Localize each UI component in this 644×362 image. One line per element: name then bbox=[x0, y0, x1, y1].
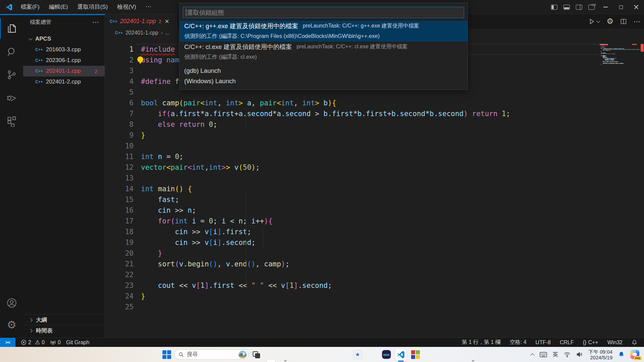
toggle-secondary-sidebar-icon[interactable] bbox=[573, 0, 585, 14]
indentation[interactable]: 空格: 4 bbox=[510, 339, 527, 346]
restore-button[interactable] bbox=[613, 0, 629, 14]
quickpick-item-1[interactable]: C/C++: cl.exe 建置及偵錯使用中的檔案preLaunchTask: … bbox=[180, 42, 467, 62]
source-control-icon[interactable] bbox=[0, 64, 23, 85]
explorer-icon[interactable] bbox=[0, 18, 23, 39]
code-line-25[interactable]: 25 bbox=[105, 302, 595, 312]
split-editor-icon[interactable] bbox=[620, 18, 627, 25]
search-icon[interactable] bbox=[0, 42, 23, 62]
line-number: 2 bbox=[105, 55, 134, 65]
notification-bell-icon[interactable] bbox=[618, 351, 625, 358]
nox-app-icon[interactable]: nox bbox=[382, 350, 391, 359]
ime-language-indicator[interactable]: 英 bbox=[553, 351, 558, 358]
minimap-line bbox=[612, 48, 613, 49]
menu-bar: 檔案(F)編輯(E)選取項目(S)檢視(V)⋯ bbox=[17, 2, 155, 12]
code-line-16[interactable]: 16 cin >> n; bbox=[105, 205, 595, 216]
file-item-202401-2.cpp[interactable]: C++202401-2.cpp bbox=[23, 76, 105, 87]
menu-item-1[interactable]: 編輯(E) bbox=[46, 2, 71, 12]
run-button[interactable] bbox=[588, 18, 600, 25]
code-line-20[interactable]: 20 } bbox=[105, 248, 595, 259]
code-line-24[interactable]: 24} bbox=[105, 291, 595, 302]
outline-section[interactable]: 大綱 bbox=[23, 314, 105, 325]
settings-gear-icon[interactable]: ⚙ bbox=[0, 314, 23, 335]
build-target[interactable]: Win32 bbox=[607, 340, 623, 346]
line-number: 25 bbox=[105, 302, 134, 312]
ports-status[interactable]: 0 bbox=[50, 340, 61, 346]
quickpick-item-3[interactable]: (Windows) Launch bbox=[180, 76, 467, 86]
minimize-button[interactable] bbox=[598, 0, 613, 14]
extensions-icon[interactable] bbox=[0, 111, 23, 132]
close-button[interactable] bbox=[629, 0, 644, 14]
line-number: 7 bbox=[105, 108, 134, 119]
lightbulb-icon[interactable] bbox=[137, 56, 143, 62]
wifi-icon[interactable] bbox=[564, 352, 571, 357]
more-actions-icon[interactable]: ⋯ bbox=[634, 17, 641, 25]
code-line-6[interactable]: 6bool camp(pair<int, int> a, pair<int, i… bbox=[105, 98, 595, 108]
code-line-23[interactable]: 23 cout << v[1].first << " " << v[1].sec… bbox=[105, 280, 595, 291]
minimap-line bbox=[605, 50, 608, 51]
vscode-taskbar-icon[interactable] bbox=[395, 348, 407, 361]
code-line-19[interactable]: 19 cin >> v[i].second; bbox=[105, 237, 595, 248]
code-line-12[interactable]: 12vector<pair<int,int>> v(50); bbox=[105, 162, 595, 173]
menu-item-4[interactable]: ⋯ bbox=[142, 2, 155, 12]
task-view-button[interactable] bbox=[252, 350, 261, 359]
cursor-position[interactable]: 第 1 行，第 1 欄 bbox=[462, 339, 501, 346]
code-line-13[interactable]: 13 bbox=[105, 173, 595, 184]
volume-icon[interactable] bbox=[576, 352, 583, 357]
problems-status[interactable]: 2 ⚠ 0 bbox=[21, 339, 45, 346]
file-item-201603-3.cpp[interactable]: C++201603-3.cpp bbox=[23, 44, 105, 55]
quickpick-item-0[interactable]: C/C++: g++.exe 建置及偵錯使用中的檔案preLaunchTask:… bbox=[180, 21, 467, 42]
git-graph-status[interactable]: Git Graph bbox=[66, 340, 89, 346]
clock[interactable]: 下午 09:04 2024/5/19 bbox=[588, 349, 612, 360]
menu-item-0[interactable]: 檔案(F) bbox=[17, 2, 43, 12]
minimap[interactable] bbox=[600, 44, 640, 74]
folder-apcs[interactable]: APCS bbox=[23, 34, 105, 44]
line-number: 15 bbox=[105, 194, 134, 205]
encoding[interactable]: UTF-8 bbox=[536, 340, 551, 346]
customize-layout-icon[interactable] bbox=[585, 0, 598, 14]
code-line-7[interactable]: 7 if(a.first*a.first+a.second*a.second >… bbox=[105, 108, 595, 119]
breadcrumb-symbol[interactable]: ... bbox=[165, 30, 170, 36]
toggle-panel-icon[interactable] bbox=[560, 0, 573, 14]
sidebar-more-actions[interactable]: ⋯ bbox=[92, 18, 99, 26]
code-line-9[interactable]: 9} bbox=[105, 130, 595, 141]
menu-item-3[interactable]: 檢視(V) bbox=[114, 2, 140, 12]
taskbar-search[interactable]: 搜尋 bbox=[174, 349, 249, 360]
code-line-21[interactable]: 21 sort(v.begin(), v.end(), camp); bbox=[105, 259, 595, 269]
ime-keyboard-icon[interactable] bbox=[540, 352, 547, 357]
photos-app-icon[interactable] bbox=[266, 359, 276, 362]
run-settings-gear-icon[interactable]: ⚙ bbox=[606, 17, 613, 26]
file-item-202401-1.cpp[interactable]: C++202401-1.cpp2 bbox=[23, 66, 105, 76]
minimap-line bbox=[605, 53, 606, 53]
code-line-17[interactable]: 17 for(int i = 0; i < n; i++){ bbox=[105, 216, 595, 226]
code-line-18[interactable]: 18 cin >> v[i].first; bbox=[105, 226, 595, 237]
remote-indicator[interactable]: >< bbox=[0, 338, 15, 347]
file-item-202306-1.cpp[interactable]: C++202306-1.cpp bbox=[23, 55, 105, 66]
start-button[interactable] bbox=[162, 350, 171, 359]
code-line-10[interactable]: 10 bbox=[105, 141, 595, 151]
eol-sequence[interactable]: CRLF bbox=[560, 340, 574, 346]
code-line-11[interactable]: 11int n = 0; bbox=[105, 151, 595, 162]
toggle-sidebar-icon[interactable] bbox=[548, 0, 560, 14]
menu-item-2[interactable]: 選取項目(S) bbox=[74, 2, 111, 12]
quickpick-item-2[interactable]: (gdb) Launch bbox=[180, 65, 467, 76]
tab-202401-1[interactable]: C++ 202401-1.cpp 2 × bbox=[105, 14, 177, 29]
code-line-15[interactable]: 15 fast; bbox=[105, 194, 595, 205]
minimap-line bbox=[603, 48, 605, 49]
breadcrumb-file[interactable]: 202401-1.cpp bbox=[126, 30, 158, 36]
notifications-bell[interactable] bbox=[632, 340, 637, 345]
copilot-icon[interactable]: PRE bbox=[630, 350, 639, 359]
code-line-14[interactable]: 14int main() { bbox=[105, 184, 595, 194]
media-app-icon[interactable]: ★ bbox=[353, 350, 362, 359]
minimap-line bbox=[614, 60, 615, 60]
language-mode[interactable]: {} C++ bbox=[583, 340, 598, 346]
tab-close-icon[interactable]: × bbox=[165, 18, 169, 25]
hidden-icons-chevron[interactable] bbox=[530, 353, 535, 358]
text-caret bbox=[186, 9, 186, 16]
timeline-section[interactable]: 時間表 bbox=[23, 325, 105, 336]
run-and-debug-icon[interactable] bbox=[0, 87, 23, 108]
account-icon[interactable] bbox=[0, 293, 23, 313]
code-line-8[interactable]: 8 else return 0; bbox=[105, 119, 595, 130]
codeblocks-app-icon[interactable] bbox=[411, 350, 420, 359]
code-line-22[interactable]: 22 bbox=[105, 269, 595, 280]
quickpick-input[interactable]: 選取偵錯組態 bbox=[183, 7, 464, 18]
